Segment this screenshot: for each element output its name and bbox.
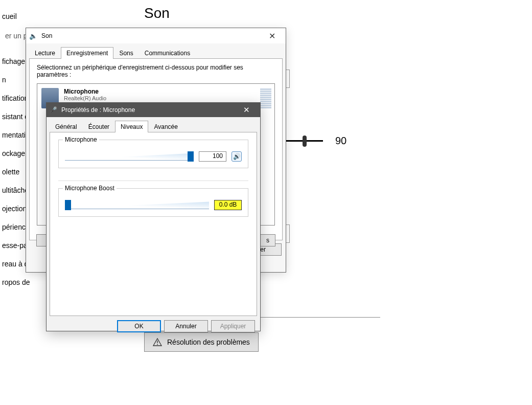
tab-listen[interactable]: Écouter — [83, 121, 115, 132]
tab-levels[interactable]: Niveaux — [115, 121, 148, 132]
sound-dialog-title: Son — [41, 32, 257, 39]
microphone-level-group: Microphone 100 🔊 — [58, 140, 248, 168]
page-title: Son — [144, 5, 170, 21]
mic-properties-titlebar[interactable]: 🎤 Propriétés de : Microphone ✕ — [47, 103, 260, 117]
tab-playback[interactable]: Lecture — [29, 47, 61, 59]
speaker-icon: 🔈 — [29, 32, 37, 40]
apply-button[interactable]: Appliquer — [211, 320, 255, 332]
close-button[interactable]: ✕ — [261, 31, 283, 41]
levels-panel: Microphone 100 🔊 Microphone Boost 0.0 dB — [50, 132, 257, 316]
speaker-icon[interactable]: 🔊 — [232, 151, 242, 162]
microphone-level-slider[interactable] — [65, 151, 194, 162]
warning-icon — [153, 338, 162, 346]
sound-dialog-titlebar[interactable]: 🔈 Son ✕ — [26, 28, 286, 43]
volume-value: 90 — [335, 135, 346, 147]
microphone-level-value[interactable]: 100 — [199, 151, 226, 162]
svg-point-4 — [157, 344, 158, 345]
mic-properties-title: Propriétés de : Microphone — [61, 106, 232, 114]
close-button[interactable]: ✕ — [236, 105, 257, 115]
troubleshoot-label: Résolution des problèmes — [167, 338, 250, 346]
separator — [58, 181, 248, 181]
mic-properties-dialog: 🎤 Propriétés de : Microphone ✕ Général É… — [46, 102, 261, 331]
microphone-boost-title: Microphone Boost — [63, 185, 117, 192]
slider-thumb[interactable] — [188, 151, 194, 162]
cancel-button[interactable]: Annuler — [164, 320, 208, 332]
volume-thumb[interactable] — [303, 136, 307, 147]
tab-sounds[interactable]: Sons — [113, 47, 138, 59]
tab-advanced[interactable]: Avancée — [148, 121, 183, 132]
microphone-boost-slider[interactable] — [65, 200, 209, 210]
tab-communications[interactable]: Communications — [139, 47, 196, 59]
tab-general[interactable]: Général — [50, 121, 83, 132]
ok-button[interactable]: OK — [117, 320, 161, 332]
device-sub: Realtek(R) Audio — [64, 95, 106, 101]
properties-button[interactable]: s — [260, 234, 275, 246]
device-name: Microphone — [64, 88, 106, 95]
mic-properties-tabs: Général Écouter Niveaux Avancée — [47, 117, 260, 132]
level-meter — [260, 87, 271, 108]
sidebar-item-home[interactable]: cueil — [0, 7, 133, 26]
slider-thumb[interactable] — [65, 200, 71, 210]
recording-instruction: Sélectionnez un périphérique d'enregistr… — [37, 64, 275, 78]
microphone-boost-value[interactable]: 0.0 dB — [214, 200, 242, 210]
microphone-icon: 🎤 — [50, 106, 57, 114]
microphone-boost-group: Microphone Boost 0.0 dB — [58, 188, 248, 217]
sound-dialog-tabs: Lecture Enregistrement Sons Communicatio… — [26, 43, 286, 58]
tab-recording[interactable]: Enregistrement — [61, 47, 113, 59]
microphone-group-title: Microphone — [63, 136, 99, 143]
